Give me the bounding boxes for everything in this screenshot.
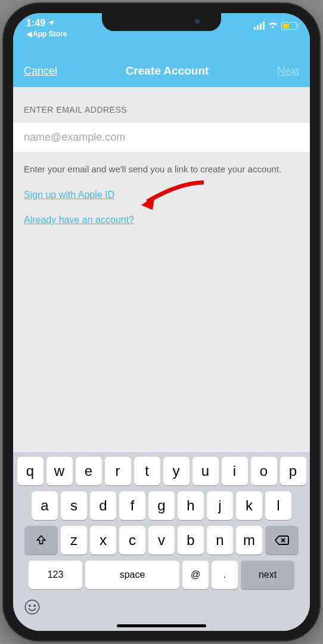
key-l[interactable]: l <box>265 491 291 520</box>
key-y[interactable]: y <box>163 457 190 485</box>
phone-frame: 1:49 ◀ App Store <box>4 4 319 640</box>
back-to-app[interactable]: ◀ App Store <box>26 30 67 38</box>
key-q[interactable]: q <box>17 457 44 485</box>
key-z[interactable]: z <box>61 526 87 555</box>
cellular-signal-icon <box>254 21 265 30</box>
key-d[interactable]: d <box>90 491 116 520</box>
already-have-account-link[interactable]: Already have an account? <box>24 215 134 225</box>
email-input-container <box>13 123 310 152</box>
location-icon <box>48 18 55 29</box>
key-n[interactable]: n <box>207 526 233 555</box>
key-f[interactable]: f <box>119 491 145 520</box>
key-w[interactable]: w <box>46 457 73 485</box>
sign-up-apple-id-link[interactable]: Sign up with Apple ID <box>24 190 114 200</box>
key-h[interactable]: h <box>178 491 204 520</box>
key-u[interactable]: u <box>192 457 219 485</box>
home-indicator[interactable] <box>117 624 206 627</box>
key-x[interactable]: x <box>90 526 116 555</box>
key-i[interactable]: i <box>222 457 248 485</box>
at-key[interactable]: @ <box>182 561 209 589</box>
backspace-key[interactable] <box>265 526 299 555</box>
section-header: ENTER EMAIL ADDRESS <box>24 105 299 114</box>
annotation-arrow-icon <box>138 177 210 212</box>
key-j[interactable]: j <box>207 491 233 520</box>
key-v[interactable]: v <box>148 526 175 555</box>
emoji-key[interactable] <box>24 599 41 620</box>
key-s[interactable]: s <box>61 491 87 520</box>
page-title: Create Account <box>126 64 209 78</box>
key-t[interactable]: t <box>134 457 160 485</box>
email-field[interactable] <box>24 131 299 144</box>
content-area: ENTER EMAIL ADDRESS Enter your email and… <box>13 87 310 452</box>
space-key[interactable]: space <box>85 561 179 589</box>
svg-point-2 <box>34 605 35 606</box>
svg-point-1 <box>29 605 30 606</box>
back-chevron-icon: ◀ <box>26 30 32 38</box>
battery-icon <box>281 22 297 30</box>
key-c[interactable]: c <box>119 526 145 555</box>
key-k[interactable]: k <box>236 491 262 520</box>
key-a[interactable]: a <box>32 491 58 520</box>
dot-key[interactable]: . <box>212 561 238 589</box>
key-o[interactable]: o <box>251 457 277 485</box>
back-app-label: App Store <box>33 30 67 38</box>
cancel-button[interactable]: Cancel <box>24 65 57 78</box>
status-time: 1:49 <box>26 18 45 29</box>
key-e[interactable]: e <box>76 457 102 485</box>
svg-point-0 <box>25 600 39 614</box>
next-button[interactable]: Next <box>277 65 299 78</box>
nav-bar: Cancel Create Account Next <box>13 55 310 87</box>
screen: 1:49 ◀ App Store <box>13 13 310 631</box>
notch <box>102 13 221 31</box>
key-r[interactable]: r <box>105 457 131 485</box>
key-p[interactable]: p <box>280 457 306 485</box>
keyboard-next-key[interactable]: next <box>241 561 294 589</box>
hint-text: Enter your email and we'll send you a li… <box>24 163 299 175</box>
key-m[interactable]: m <box>236 526 262 555</box>
shift-key[interactable] <box>24 526 58 555</box>
key-b[interactable]: b <box>178 526 204 555</box>
numbers-key[interactable]: 123 <box>29 561 82 589</box>
keyboard: qwertyuiop asdfghjkl zxcvbnm 123 space @… <box>13 452 310 631</box>
wifi-icon <box>268 20 278 31</box>
key-g[interactable]: g <box>148 491 175 520</box>
